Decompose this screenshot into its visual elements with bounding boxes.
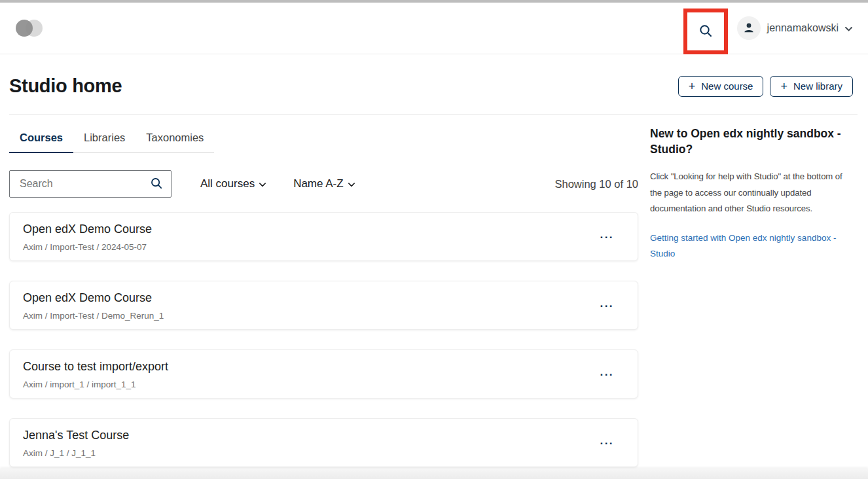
studio-logo[interactable] [16,20,43,37]
tab-courses[interactable]: Courses [9,125,73,153]
course-list: Open edX Demo Course Axim / Import-Test … [9,212,638,467]
course-actions-menu-button[interactable]: ··· [595,366,619,384]
course-card-info: Jenna's Test Course Axim / J_1 / J_1_1 [23,429,129,458]
search-icon [150,177,163,192]
ellipsis-icon: ··· [600,300,614,312]
search-icon [698,24,713,40]
main-column: Courses Libraries Taxonomies [9,125,638,467]
course-type-filter-dropdown[interactable]: All courses [196,177,270,191]
annotation-highlight-box [683,9,728,54]
ellipsis-icon: ··· [600,231,614,243]
user-icon [742,21,755,36]
course-actions-menu-button[interactable]: ··· [595,228,619,247]
course-actions-menu-button[interactable]: ··· [595,435,619,453]
sidebar-body-text: Click "Looking for help with Studio" at … [650,169,856,217]
tab-bar: Courses Libraries Taxonomies [9,125,214,153]
results-count: Showing 10 of 10 [554,178,638,190]
course-title: Open edX Demo Course [23,291,164,305]
course-card[interactable]: Jenna's Test Course Axim / J_1 / J_1_1 ·… [9,418,638,467]
course-title: Open edX Demo Course [23,222,152,236]
tab-libraries[interactable]: Libraries [73,125,136,152]
course-title: Course to test import/export [23,360,168,374]
course-org-path: Axim / Import-Test / Demo_Rerun_1 [23,311,164,321]
page-header: Studio home + New course + New library [9,75,858,97]
title-separator [9,114,858,115]
course-search-box [9,170,172,198]
course-org-path: Axim / J_1 / J_1_1 [23,448,129,458]
course-actions-menu-button[interactable]: ··· [595,297,619,315]
avatar [737,16,761,40]
new-library-button[interactable]: + New library [770,76,853,97]
course-org-path: Axim / Import-Test / 2024-05-07 [23,242,152,252]
logo-circle-dark [16,20,33,37]
course-card[interactable]: Course to test import/export Axim / impo… [9,349,638,399]
tab-taxonomies[interactable]: Taxonomies [136,125,214,152]
chevron-down-icon [348,177,355,190]
sidebar-heading: New to Open edx nightly sandbox - Studio… [650,126,856,157]
header-search-button[interactable] [695,20,717,44]
course-search-submit[interactable] [149,175,164,193]
course-card[interactable]: Open edX Demo Course Axim / Import-Test … [9,281,638,330]
footer-band [0,469,868,479]
ellipsis-icon: ··· [600,368,614,381]
plus-icon: + [780,80,787,92]
page-actions: + New course + New library [678,76,858,97]
new-library-label: New library [793,80,842,92]
new-course-label: New course [701,80,753,92]
sort-order-label: Name A-Z [293,177,344,190]
course-type-filter-label: All courses [200,177,255,190]
new-course-button[interactable]: + New course [678,76,764,97]
course-card-info: Open edX Demo Course Axim / Import-Test … [23,222,152,252]
sort-order-dropdown[interactable]: Name A-Z [289,177,359,191]
content-row: Courses Libraries Taxonomies [9,125,858,467]
course-search-input[interactable] [18,177,149,190]
getting-started-link[interactable]: Getting started with Open edx nightly sa… [650,233,836,259]
page-title: Studio home [9,75,122,97]
filter-row: All courses Name A-Z Showin [9,170,638,198]
help-sidebar: New to Open edx nightly sandbox - Studio… [650,125,856,467]
course-card[interactable]: Open edX Demo Course Axim / Import-Test … [9,212,638,261]
course-card-info: Open edX Demo Course Axim / Import-Test … [23,291,164,321]
username-label: jennamakowski [767,22,839,34]
course-title: Jenna's Test Course [23,429,129,442]
plus-icon: + [689,80,696,92]
course-org-path: Axim / import_1 / import_1_1 [23,380,168,389]
course-card-info: Course to test import/export Axim / impo… [23,360,168,389]
chevron-down-icon [259,177,266,190]
chevron-down-icon [845,24,852,33]
site-header: jennamakowski [0,3,868,54]
user-menu[interactable]: jennamakowski [737,14,852,43]
ellipsis-icon: ··· [600,437,614,450]
page-container: Studio home + New course + New library C… [0,75,868,467]
